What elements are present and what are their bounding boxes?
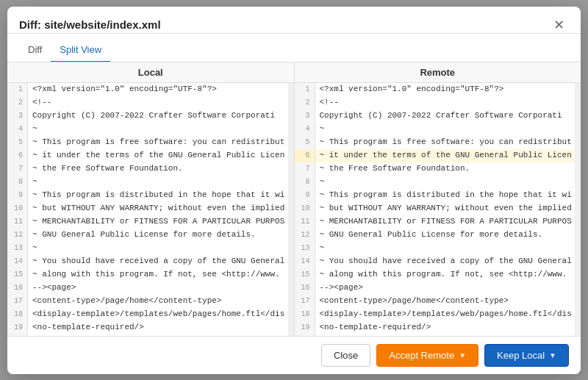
line-number: 13	[295, 242, 315, 255]
table-row: 2<!--	[7, 96, 288, 110]
table-row: 17 <content-type>/page/home</content-typ…	[7, 295, 288, 308]
tab-bar: Diff Split View	[7, 40, 581, 62]
table-row: 3 Copyright (C) 2007-2022 Crafter Softwa…	[7, 110, 288, 123]
table-row: 7 ~ the Free Software Foundation.	[295, 162, 576, 176]
accept-remote-button[interactable]: Accept Remote ▼	[376, 344, 478, 367]
modal-title: Diff: site/website/index.xml	[19, 18, 161, 31]
line-number: 5	[295, 136, 315, 149]
line-number: 8	[295, 176, 315, 189]
table-row: 16 --><page>	[295, 282, 576, 295]
line-content: <?xml version="1.0" encoding="UTF-8"?>	[315, 83, 576, 96]
line-content: ~ You should have received a copy of the…	[315, 255, 576, 268]
table-row: 15 ~ along with this program. If not, se…	[7, 268, 288, 282]
line-number: 4	[295, 123, 315, 136]
line-content: <content-type>/page/home</content-type>	[28, 295, 288, 308]
table-row: 2<!--	[295, 96, 576, 110]
line-number: 14	[7, 255, 28, 268]
line-content: ~ MERCHANTABILITY or FITNESS FOR A PARTI…	[315, 215, 576, 229]
line-content: ~ You should have received a copy of the…	[28, 255, 288, 268]
line-number: 1	[295, 83, 315, 96]
close-button[interactable]: Close	[321, 344, 370, 367]
line-number: 16	[295, 282, 315, 295]
line-content: ~	[28, 123, 288, 136]
table-row: 9 ~ This program is distributed in the h…	[295, 189, 576, 202]
line-number: 12	[295, 229, 315, 242]
table-row: 16 --><page>	[7, 282, 288, 295]
line-number: 15	[295, 268, 315, 282]
table-row: 1<?xml version="1.0" encoding="UTF-8"?>	[7, 83, 288, 96]
line-number: 12	[7, 229, 28, 242]
table-row: 4 ~	[295, 123, 576, 136]
table-row: 14 ~ You should have received a copy of …	[7, 255, 288, 268]
tab-split-view[interactable]: Split View	[51, 40, 110, 62]
keep-local-button[interactable]: Keep Local ▼	[484, 344, 569, 367]
line-number: 19	[7, 321, 28, 334]
line-number: 11	[295, 215, 315, 229]
line-number: 4	[7, 123, 28, 136]
line-content: ~ it under the terms of the GNU General …	[28, 149, 288, 162]
line-content: ~ along with this program. If not, see <…	[315, 268, 576, 282]
line-number: 18	[295, 308, 315, 321]
line-number: 9	[7, 189, 28, 202]
line-content: ~ GNU General Public License for more de…	[315, 229, 576, 242]
line-content: ~ along with this program. If not, see <…	[28, 268, 288, 282]
table-row: 14 ~ You should have received a copy of …	[295, 255, 576, 268]
diff-modal: Diff: site/website/index.xml ✕ Diff Spli…	[7, 7, 581, 374]
line-number: 17	[295, 295, 315, 308]
line-number: 7	[7, 162, 28, 176]
line-content: ~ GNU General Public License for more de…	[28, 229, 288, 242]
close-icon-button[interactable]: ✕	[549, 17, 569, 33]
line-content: <display-template>/templates/web/pages/h…	[28, 308, 288, 321]
local-scrollbar[interactable]	[288, 83, 294, 336]
local-pane-header: Local	[7, 62, 294, 83]
table-row: 13 ~	[295, 242, 576, 255]
remote-pane-content[interactable]: 1<?xml version="1.0" encoding="UTF-8"?>2…	[295, 83, 576, 336]
local-pane-content[interactable]: 1<?xml version="1.0" encoding="UTF-8"?>2…	[7, 83, 288, 336]
line-number: 7	[295, 162, 315, 176]
diff-content: Local 1<?xml version="1.0" encoding="UTF…	[7, 62, 581, 336]
table-row: 18 <display-template>/templates/web/page…	[295, 308, 576, 321]
line-number: 11	[7, 215, 28, 229]
line-content: --><page>	[315, 282, 576, 295]
line-number: 16	[7, 282, 28, 295]
table-row: 10 ~ but WITHOUT ANY WARRANTY; without e…	[295, 202, 576, 215]
line-number: 10	[295, 202, 315, 215]
line-number: 19	[295, 321, 315, 334]
table-row: 15 ~ along with this program. If not, se…	[295, 268, 576, 282]
table-row: 13 ~	[7, 242, 288, 255]
line-number: 18	[7, 308, 28, 321]
table-row: 10 ~ but WITHOUT ANY WARRANTY; without e…	[7, 202, 288, 215]
modal-header: Diff: site/website/index.xml ✕	[7, 7, 581, 34]
table-row: 11 ~ MERCHANTABILITY or FITNESS FOR A PA…	[7, 215, 288, 229]
line-number: 1	[7, 83, 28, 96]
table-row: 5 ~ This program is free software: you c…	[7, 136, 288, 149]
accept-remote-label: Accept Remote	[389, 350, 454, 361]
table-row: 11 ~ MERCHANTABILITY or FITNESS FOR A PA…	[295, 215, 576, 229]
table-row: 3 Copyright (C) 2007-2022 Crafter Softwa…	[295, 110, 576, 123]
line-content: ~	[315, 176, 576, 189]
line-content: <?xml version="1.0" encoding="UTF-8"?>	[28, 83, 288, 96]
line-number: 14	[295, 255, 315, 268]
line-content: <!--	[315, 96, 576, 110]
table-row: 4 ~	[7, 123, 288, 136]
line-number: 5	[7, 136, 28, 149]
local-pane: Local 1<?xml version="1.0" encoding="UTF…	[7, 62, 295, 336]
line-number: 6	[295, 149, 315, 162]
table-row: 6 ~ it under the terms of the GNU Genera…	[7, 149, 288, 162]
table-row: 8 ~	[295, 176, 576, 189]
line-content: ~	[315, 123, 576, 136]
table-row: 19 <no-template-required/>	[295, 321, 576, 334]
remote-pane: Remote 1<?xml version="1.0" encoding="UT…	[295, 62, 581, 336]
table-row: 12 ~ GNU General Public License for more…	[7, 229, 288, 242]
table-row: 1<?xml version="1.0" encoding="UTF-8"?>	[295, 83, 576, 96]
tab-diff[interactable]: Diff	[19, 40, 51, 62]
remote-scrollbar[interactable]	[575, 83, 581, 336]
table-row: 6 ~ it under the terms of the GNU Genera…	[295, 149, 576, 162]
keep-chevron-icon: ▼	[549, 351, 556, 359]
line-content: Copyright (C) 2007-2022 Crafter Software…	[28, 110, 288, 123]
line-content: ~ it under the terms of the GNU General …	[315, 149, 576, 162]
line-number: 3	[295, 110, 315, 123]
remote-pane-header: Remote	[295, 62, 581, 83]
line-content: <no-template-required/>	[315, 321, 576, 334]
keep-local-label: Keep Local	[497, 350, 545, 361]
